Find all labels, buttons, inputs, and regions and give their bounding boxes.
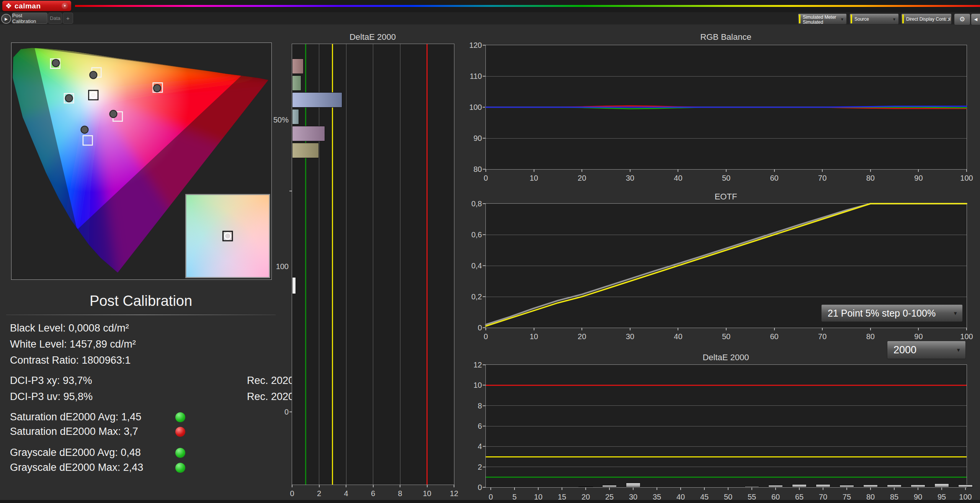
axis-tick <box>966 169 967 172</box>
cie-chromaticity-panel <box>11 42 272 280</box>
axis-tick <box>454 485 454 487</box>
tab-bar: ▶ Post Calibration Data + Simulated Mete… <box>0 12 980 24</box>
gridline <box>319 44 319 485</box>
display-control-dropdown[interactable]: Direct Display Control ▼ <box>901 13 952 24</box>
calman-logo-button[interactable]: ❖ calman ▼ <box>2 1 71 11</box>
axis-tick <box>630 328 630 330</box>
axis-tick <box>609 487 610 490</box>
axis-label: 0 <box>483 174 488 183</box>
axis-label: 2 <box>317 489 321 498</box>
settings-button[interactable]: ⚙ <box>954 13 970 25</box>
dci-p3-uv-value: DCI-P3 uv: 95,8% <box>10 391 93 403</box>
source-status-stripe <box>851 15 852 23</box>
axis-label: 50 <box>722 332 730 341</box>
bar-grayscale-100 <box>292 277 296 294</box>
axis-tick <box>319 485 320 487</box>
axis-tick <box>483 426 485 426</box>
bar-gray-60 <box>768 485 783 487</box>
chevron-down-icon: ▼ <box>945 17 949 21</box>
gridline <box>346 44 346 485</box>
source-dropdown[interactable]: Source ▼ <box>849 13 899 24</box>
bar-gray-70 <box>816 484 830 487</box>
cie-diagram <box>11 43 271 279</box>
axis-label: 10 <box>529 332 538 341</box>
meter-status-stripe <box>799 15 800 23</box>
bar-gray-25 <box>602 485 617 487</box>
collapse-panel-button[interactable]: ◀ <box>971 13 980 25</box>
gridline <box>486 405 967 406</box>
axis-label: 50% <box>273 115 289 124</box>
axis-label: 6 <box>371 489 375 498</box>
axis-tick <box>726 328 727 330</box>
axis-tick <box>822 328 823 330</box>
bar-gray-100 <box>958 485 973 487</box>
logo-menu-arrow-icon[interactable]: ▼ <box>62 3 68 9</box>
limit-line-1 <box>305 44 306 485</box>
axis-tick <box>483 467 485 467</box>
logo-text: calman <box>15 2 41 10</box>
meter-dropdown-line1: Simulated Meter <box>803 15 836 20</box>
chevron-left-icon: ◀ <box>974 17 977 22</box>
tab-data[interactable]: Data <box>48 13 62 24</box>
limit-line-3 <box>486 456 967 457</box>
white-point-inset <box>186 194 270 278</box>
axis-tick <box>918 487 918 490</box>
workflow-advance-button[interactable]: ▶ <box>1 14 11 24</box>
axis-tick <box>870 487 871 490</box>
rgb_balance-lines <box>486 45 967 169</box>
axis-label: 0,2 <box>471 292 482 301</box>
de-target-dropdown[interactable]: 2000 ▼ <box>887 341 966 359</box>
axis-tick <box>490 487 491 490</box>
bar-gray-20 <box>578 487 593 487</box>
calman-window: ❖ calman ▼ ▶ Post Calibration Data + Sim… <box>0 0 980 503</box>
axis-label: 20 <box>578 332 586 341</box>
meter-dropdown[interactable]: Simulated Meter Simulated ▼ <box>798 13 847 24</box>
axis-label: 2 <box>478 462 482 471</box>
axis-tick <box>678 328 678 330</box>
axis-label: 8 <box>398 489 402 498</box>
status-badge <box>175 412 185 422</box>
divider <box>6 315 276 315</box>
axis-label: 50 <box>722 174 730 183</box>
limit-line-1 <box>486 477 967 478</box>
axis-tick <box>918 328 919 330</box>
axis-label: 10 <box>474 381 482 390</box>
bar-red-saturation <box>292 59 304 74</box>
axis-tick <box>483 364 485 365</box>
axis-tick <box>483 405 485 406</box>
de-target-dropdown-label: 2000 <box>893 344 916 356</box>
axis-tick <box>581 328 582 330</box>
display-control-dropdown-label: Direct Display Control <box>906 17 951 21</box>
axis-tick <box>870 169 871 172</box>
saturation-de-chart: 02468101250%1000 <box>292 44 454 485</box>
add-tab-button[interactable]: + <box>63 13 73 24</box>
axis-tick <box>751 487 752 490</box>
chevron-down-icon: ▼ <box>956 347 961 353</box>
axis-label: 0 <box>483 332 488 341</box>
axis-tick <box>483 487 485 488</box>
axis-tick <box>292 485 292 487</box>
eotf-points-dropdown[interactable]: 21 Point 5% step 0-100% ▼ <box>821 304 963 322</box>
axis-label: 40 <box>674 332 682 341</box>
saturation-de-max: Saturation dE2000 Max: 3,7 <box>10 426 138 438</box>
tab-post-calibration[interactable]: Post Calibration <box>12 13 47 24</box>
status-badge <box>175 427 185 437</box>
gridline <box>373 44 373 485</box>
dci-p3-xy-value: DCI-P3 xy: 93,7% <box>10 375 92 387</box>
chevron-down-icon: ▼ <box>892 17 896 21</box>
bar-green-saturation <box>292 75 301 91</box>
axis-tick <box>894 487 895 490</box>
axis-tick <box>846 487 847 490</box>
bar-gray-95 <box>934 483 949 487</box>
gridline <box>486 426 967 426</box>
axis-label: 100 <box>960 332 973 341</box>
bar-gray-65 <box>792 484 807 487</box>
axis-tick <box>822 169 823 172</box>
measured-point-green <box>52 59 59 67</box>
grayscale-de-max: Grayscale dE2000 Max: 2,43 <box>10 462 143 474</box>
white-level-value: White Level: 1457,89 cd/m² <box>10 338 136 350</box>
axis-label: 40 <box>674 174 682 183</box>
axis-tick <box>726 169 727 172</box>
measured-point-yellow <box>90 71 97 78</box>
bar-gray-30 <box>626 483 640 487</box>
